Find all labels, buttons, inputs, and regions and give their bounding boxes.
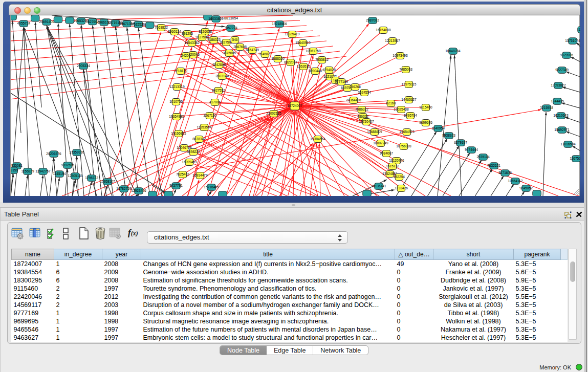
svg-text:8454749: 8454749 (246, 48, 259, 52)
svg-text:1156829: 1156829 (21, 169, 34, 173)
svg-text:1010755: 1010755 (169, 100, 183, 103)
svg-text:20364436: 20364436 (346, 98, 361, 102)
svg-text:4055724: 4055724 (17, 21, 31, 25)
svg-text:20206576: 20206576 (46, 152, 61, 156)
svg-text:7663822: 7663822 (155, 26, 168, 29)
svg-text:8322037: 8322037 (284, 60, 297, 64)
svg-text:6379197: 6379197 (454, 141, 467, 144)
svg-text:3498222: 3498222 (187, 150, 200, 154)
svg-text:10958107: 10958107 (100, 180, 115, 183)
svg-text:24200: 24200 (181, 54, 191, 57)
svg-text:8186323: 8186323 (207, 38, 221, 41)
svg-text:3215958: 3215958 (540, 106, 553, 110)
svg-text:2803144: 2803144 (215, 74, 229, 78)
svg-text:12213967: 12213967 (385, 39, 400, 42)
svg-text:9146821: 9146821 (258, 52, 272, 56)
svg-text:10648784: 10648784 (445, 49, 461, 53)
svg-text:7986322: 7986322 (355, 107, 368, 111)
svg-text:19654923: 19654923 (399, 130, 415, 134)
svg-text:8938923: 8938923 (442, 134, 455, 137)
svg-text:7515526: 7515526 (132, 23, 145, 26)
svg-text:8471676: 8471676 (498, 171, 512, 174)
svg-text:15640910: 15640910 (295, 41, 311, 45)
svg-text:6794028: 6794028 (322, 68, 336, 72)
svg-text:3267110: 3267110 (203, 114, 216, 117)
svg-text:19218506: 19218506 (272, 22, 287, 26)
svg-text:8990448: 8990448 (309, 69, 322, 73)
svg-text:16033809: 16033809 (208, 17, 224, 20)
svg-text:10046708: 10046708 (177, 146, 192, 149)
svg-text:9329906: 9329906 (560, 53, 573, 57)
svg-text:12942757: 12942757 (35, 169, 51, 173)
svg-text:10654112: 10654112 (508, 179, 523, 183)
svg-text:1640954: 1640954 (431, 126, 445, 130)
svg-text:1588520: 1588520 (271, 57, 285, 60)
svg-text:19654985: 19654985 (169, 115, 184, 118)
svg-text:16154808: 16154808 (376, 28, 391, 32)
svg-text:10756928: 10756928 (396, 144, 411, 148)
svg-text:9242848: 9242848 (212, 63, 226, 67)
svg-text:2867608: 2867608 (233, 45, 247, 49)
svg-text:1145194: 1145194 (53, 172, 66, 176)
svg-text:15716485: 15716485 (204, 185, 219, 189)
svg-text:8427552: 8427552 (212, 89, 225, 92)
svg-text:2718170: 2718170 (174, 69, 187, 73)
svg-text:10210643: 10210643 (553, 114, 569, 117)
svg-text:12505135: 12505135 (68, 174, 83, 178)
svg-text:7955812: 7955812 (315, 58, 329, 61)
svg-text:1795722: 1795722 (85, 176, 98, 180)
svg-text:15692971: 15692971 (554, 128, 570, 132)
svg-text:7632621: 7632621 (487, 164, 500, 167)
svg-text:16120746: 16120746 (389, 159, 404, 162)
svg-text:12093822: 12093822 (551, 83, 566, 87)
svg-text:1362615: 1362615 (297, 64, 310, 68)
svg-text:62160: 62160 (386, 101, 396, 105)
svg-text:891295: 891295 (182, 32, 193, 35)
svg-text:14463627: 14463627 (401, 98, 417, 101)
svg-text:39159: 39159 (11, 168, 18, 172)
svg-text:1167534: 1167534 (570, 157, 580, 160)
svg-text:8960124: 8960124 (168, 30, 181, 33)
svg-text:7485063: 7485063 (399, 68, 412, 71)
svg-text:17359926: 17359926 (69, 150, 84, 154)
svg-text:9115460: 9115460 (419, 105, 432, 109)
svg-text:16782759: 16782759 (116, 187, 132, 190)
svg-text:8495784: 8495784 (404, 114, 417, 117)
svg-text:3875685: 3875685 (223, 51, 236, 55)
svg-text:417006: 417006 (209, 100, 221, 104)
svg-text:10688609: 10688609 (367, 130, 382, 134)
svg-text:20691406: 20691406 (39, 20, 55, 24)
svg-text:19384554: 19384554 (310, 137, 325, 141)
svg-text:2935114: 2935114 (476, 155, 490, 159)
svg-text:9777169: 9777169 (335, 80, 348, 83)
svg-text:2987082: 2987082 (366, 18, 379, 22)
svg-text:18724007: 18724007 (287, 104, 302, 107)
svg-text:17016504: 17016504 (560, 142, 576, 146)
svg-text:9474444: 9474444 (465, 148, 478, 151)
svg-text:486322: 486322 (357, 115, 368, 118)
svg-text:11353594: 11353594 (197, 125, 212, 129)
svg-text:3624554: 3624554 (358, 91, 371, 94)
svg-text:8226058: 8226058 (199, 30, 212, 33)
svg-text:18807249: 18807249 (373, 141, 388, 145)
svg-text:15136141: 15136141 (371, 184, 386, 188)
svg-text:8878342: 8878342 (192, 137, 206, 141)
svg-text:9227349: 9227349 (555, 68, 569, 72)
svg-text:11325419: 11325419 (285, 32, 300, 36)
svg-text:12923446: 12923446 (131, 189, 146, 192)
svg-text:10973493: 10973493 (393, 54, 408, 57)
svg-text:16099489: 16099489 (182, 160, 197, 164)
svg-text:7357224: 7357224 (224, 26, 237, 30)
svg-text:15720407: 15720407 (359, 120, 374, 123)
svg-text:252254: 252254 (394, 175, 405, 179)
svg-text:10961758: 10961758 (306, 49, 321, 53)
svg-text:1112: 1112 (578, 28, 580, 31)
svg-text:1244415: 1244415 (551, 99, 564, 103)
svg-text:9457791: 9457791 (169, 184, 183, 187)
svg-text:16914479: 16914479 (192, 173, 208, 177)
svg-text:19166825: 19166825 (171, 132, 186, 135)
svg-text:9699695: 9699695 (419, 121, 432, 124)
svg-text:746266: 746266 (350, 85, 361, 89)
svg-text:1733426: 1733426 (395, 186, 408, 190)
svg-text:10025438: 10025438 (394, 107, 409, 111)
